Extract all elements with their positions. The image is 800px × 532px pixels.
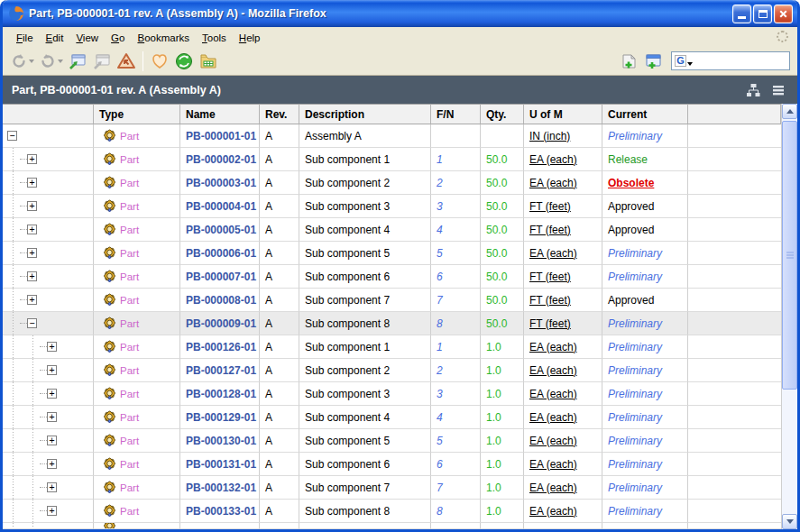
forward-button[interactable] bbox=[37, 50, 65, 73]
name-link[interactable]: PB-000003-01 bbox=[180, 171, 260, 195]
expander-plus-icon[interactable]: + bbox=[27, 178, 37, 188]
open-window-disabled-button[interactable] bbox=[90, 50, 114, 73]
search-input[interactable] bbox=[694, 54, 786, 69]
uom-link[interactable]: FT (feet) bbox=[524, 218, 602, 242]
uom-link[interactable]: EA (each) bbox=[524, 429, 602, 453]
name-link[interactable]: PB-000127-01 bbox=[180, 359, 260, 382]
part-icon bbox=[103, 481, 116, 494]
type-label: Part bbox=[120, 389, 139, 399]
uom-link[interactable]: FT (feet) bbox=[524, 265, 602, 289]
menu-item-view[interactable]: View bbox=[69, 30, 105, 46]
name-link[interactable]: PB-000130-01 bbox=[180, 429, 260, 453]
expander-plus-icon[interactable]: + bbox=[47, 436, 57, 445]
uom-link[interactable]: EA (each) bbox=[524, 453, 602, 476]
uom-link[interactable]: FT (feet) bbox=[524, 289, 602, 312]
tree-cell: + bbox=[3, 453, 94, 476]
name-link[interactable]: PB-000004-01 bbox=[180, 195, 260, 218]
name-link[interactable]: PB-000002-01 bbox=[180, 148, 260, 171]
uom-link[interactable]: FT (feet) bbox=[524, 195, 602, 218]
uom-link[interactable]: EA (each) bbox=[524, 406, 602, 429]
tree-cell: + bbox=[3, 359, 94, 382]
menu-item-tools[interactable]: Tools bbox=[196, 30, 233, 46]
tree-view-button[interactable] bbox=[743, 81, 763, 99]
expander-plus-icon[interactable]: + bbox=[47, 342, 57, 352]
name-link[interactable]: PB-000133-01 bbox=[180, 500, 260, 523]
name-link[interactable]: PB-000132-01 bbox=[180, 476, 260, 500]
expander-plus-icon[interactable]: + bbox=[47, 365, 57, 375]
expander-plus-icon[interactable]: + bbox=[27, 201, 37, 211]
type-label: Part bbox=[120, 365, 139, 376]
uom-link[interactable]: EA (each) bbox=[524, 476, 602, 500]
description-cell: Sub component 5 bbox=[299, 242, 431, 265]
expander-plus-icon[interactable]: + bbox=[27, 225, 37, 234]
close-button[interactable] bbox=[774, 5, 793, 23]
part-icon bbox=[103, 316, 116, 330]
uom-link[interactable]: EA (each) bbox=[524, 359, 602, 382]
uom-link[interactable]: EA (each) bbox=[524, 148, 602, 171]
uom-link[interactable]: EA (each) bbox=[524, 335, 602, 359]
name-link[interactable]: PB-000005-01 bbox=[180, 218, 260, 242]
uom-link[interactable]: IN (inch) bbox=[524, 124, 602, 148]
maximize-button[interactable] bbox=[753, 5, 772, 23]
uom-link[interactable]: EA (each) bbox=[524, 500, 602, 523]
heart-bookmark-button[interactable] bbox=[148, 50, 171, 73]
expander-plus-icon[interactable]: + bbox=[47, 506, 57, 516]
menu-item-file[interactable]: File bbox=[10, 30, 40, 46]
sync-globe-button[interactable] bbox=[172, 50, 196, 73]
new-window-plus-button[interactable] bbox=[641, 50, 665, 73]
expander-plus-icon[interactable]: + bbox=[27, 271, 37, 281]
expander-plus-icon[interactable]: + bbox=[27, 154, 37, 164]
scroll-up-button[interactable] bbox=[782, 104, 797, 119]
expander-plus-icon[interactable]: + bbox=[27, 248, 37, 258]
qty-cell: 1.0 bbox=[481, 429, 524, 453]
expander-plus-icon[interactable]: + bbox=[47, 482, 57, 492]
scroll-down-button[interactable] bbox=[782, 514, 797, 529]
description-cell: Sub component 2 bbox=[299, 359, 431, 382]
uom-link[interactable]: EA (each) bbox=[524, 171, 602, 195]
type-label: Part bbox=[120, 178, 139, 188]
name-link[interactable]: PB-000001-01 bbox=[180, 124, 260, 148]
name-link[interactable]: PB-000009-01 bbox=[180, 312, 260, 335]
name-link[interactable]: PB-000129-01 bbox=[180, 406, 260, 429]
back-button[interactable] bbox=[8, 50, 36, 73]
type-cell: Part bbox=[94, 406, 180, 429]
new-page-plus-button[interactable] bbox=[617, 50, 640, 73]
expander-plus-icon[interactable]: + bbox=[47, 412, 57, 422]
expander-minus-icon[interactable]: − bbox=[7, 131, 17, 141]
bom-table: TypeNameRev.DescriptionF/NQty.U of MCurr… bbox=[3, 104, 781, 529]
expander-plus-icon[interactable]: + bbox=[47, 459, 57, 469]
menu-item-help[interactable]: Help bbox=[233, 30, 267, 46]
bookmarks-folder-button[interactable] bbox=[197, 50, 220, 73]
menu-item-bookmarks[interactable]: Bookmarks bbox=[131, 30, 196, 46]
search-engine-icon[interactable]: G bbox=[675, 55, 686, 67]
list-view-button[interactable] bbox=[768, 81, 788, 99]
name-link[interactable]: PB-000131-01 bbox=[180, 453, 260, 476]
part-icon bbox=[103, 129, 116, 142]
open-window-button[interactable] bbox=[66, 50, 89, 73]
home-triangle-button[interactable] bbox=[115, 50, 138, 73]
uom-link[interactable]: EA (each) bbox=[524, 382, 602, 406]
minimize-button[interactable] bbox=[732, 5, 751, 23]
name-link[interactable]: PB-000008-01 bbox=[180, 289, 260, 312]
name-link[interactable]: PB-000006-01 bbox=[180, 242, 260, 265]
part-icon bbox=[103, 176, 116, 189]
search-engine-dropdown-icon[interactable] bbox=[687, 62, 693, 66]
table-row: +PartPB-000006-01ASub component 5550.0EA… bbox=[3, 242, 781, 265]
table-row: −PartPB-000001-01AAssembly AIN (inch)Pre… bbox=[3, 124, 781, 148]
type-cell: Part bbox=[94, 312, 180, 335]
scrollbar-thumb[interactable] bbox=[782, 121, 797, 390]
uom-link[interactable]: EA (each) bbox=[524, 242, 602, 265]
vertical-scrollbar bbox=[781, 104, 797, 529]
scrollbar-track[interactable] bbox=[782, 119, 797, 514]
expander-minus-icon[interactable]: − bbox=[27, 318, 37, 328]
name-link[interactable]: PB-000126-01 bbox=[180, 335, 260, 359]
rev-cell: A bbox=[260, 500, 299, 523]
firefox-icon bbox=[8, 5, 24, 22]
name-link[interactable]: PB-000128-01 bbox=[180, 382, 260, 406]
expander-plus-icon[interactable]: + bbox=[47, 389, 57, 399]
menu-item-edit[interactable]: Edit bbox=[40, 30, 70, 46]
name-link[interactable]: PB-000007-01 bbox=[180, 265, 260, 289]
menu-item-go[interactable]: Go bbox=[105, 30, 131, 46]
uom-link[interactable]: FT (feet) bbox=[524, 312, 602, 335]
expander-plus-icon[interactable]: + bbox=[27, 295, 37, 305]
